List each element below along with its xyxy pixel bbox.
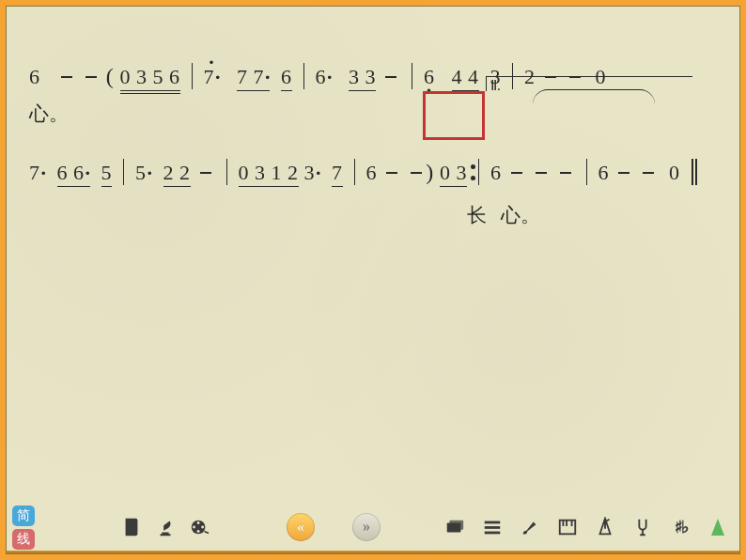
barline [192, 63, 193, 89]
toolbar-right-group: ♯♭ [443, 515, 730, 539]
rest-dash [618, 172, 629, 174]
svg-point-1 [197, 521, 200, 524]
music-sheet: Ⅰ. 3 6 ( 0 3 5 6 7 7 7 6 [7, 7, 739, 270]
beamed-group: 6 6 [57, 161, 90, 185]
note: 6 [57, 161, 69, 185]
app-frame: Ⅰ. 3 6 ( 0 3 5 6 7 7 7 6 [6, 6, 740, 554]
phrase-open-paren: ( [106, 64, 115, 89]
brush-icon[interactable] [518, 515, 542, 539]
svg-rect-8 [485, 526, 501, 529]
beamed-group: 0 3 1 2 [239, 161, 299, 185]
note: 2 [163, 161, 175, 185]
rest-dash [386, 172, 397, 174]
music-line-2: 7 6 6 5 5 2 2 0 3 1 2 3 7 6 [29, 159, 721, 191]
final-barline [692, 159, 693, 185]
note: 0 [120, 65, 132, 89]
note: 6 [29, 65, 40, 89]
lyric-text: 心。 [501, 202, 540, 228]
repeat-barline [478, 159, 479, 185]
sharp-flat-icon[interactable]: ♯♭ [668, 515, 692, 539]
rest-dash [200, 172, 211, 174]
lyric-text: 心。 [29, 101, 69, 127]
film-reel-icon[interactable] [187, 515, 211, 539]
lyric-line-2: 长 心。 [29, 202, 721, 226]
note: 3 [349, 65, 360, 89]
note: 2 [179, 161, 191, 185]
note: 4 [468, 65, 479, 89]
beamed-group: 0 3 5 6 [120, 65, 180, 89]
card-stack-icon[interactable] [443, 515, 467, 539]
metronome-icon[interactable] [593, 515, 617, 539]
note-octave-up-dotted: 7 [204, 65, 221, 89]
rest-dash [560, 172, 571, 174]
note: 2 [288, 161, 299, 185]
svg-point-4 [201, 526, 204, 529]
beamed-group: 2 2 [163, 161, 191, 185]
note: 3 [457, 161, 468, 185]
note-dotted: 5 [135, 161, 152, 185]
barline [123, 159, 124, 185]
note: 6 [366, 161, 378, 185]
barline [303, 63, 304, 89]
note-octave-down-dotted: 6 [424, 65, 435, 89]
next-page-button[interactable]: » [352, 513, 381, 541]
note: 6 [281, 65, 292, 89]
rest-dash [643, 172, 654, 174]
note: 0 [440, 161, 451, 185]
note-dotted: 7 [29, 161, 46, 185]
rest-dash [536, 172, 547, 174]
note: 5 [153, 65, 164, 89]
barline [354, 159, 355, 185]
bottom-toolbar: « » ♯♭ [10, 505, 736, 550]
note: 7 [332, 161, 343, 185]
svg-point-2 [197, 530, 200, 533]
note-dotted: 3 [304, 161, 321, 185]
note: 0 [239, 161, 250, 185]
lyric-text: 长 [467, 202, 487, 228]
svg-point-3 [193, 526, 195, 529]
note: 5 [101, 161, 113, 185]
note: 1 [272, 161, 283, 185]
rest-dash [85, 76, 97, 78]
prev-glyph: « [297, 519, 304, 536]
tie-arc-2 [533, 89, 655, 104]
note: 6 [169, 65, 180, 89]
note: 3 [255, 161, 266, 185]
highlight-box [423, 91, 485, 140]
note: 4 [452, 65, 463, 89]
piano-icon[interactable] [555, 515, 580, 539]
tuning-fork-icon[interactable] [630, 515, 655, 539]
prev-page-button[interactable]: « [287, 513, 315, 541]
rest-dash [511, 172, 522, 174]
barline [226, 159, 227, 185]
next-glyph: » [363, 519, 370, 536]
note-dotted: 7 [254, 65, 271, 89]
svg-rect-6 [450, 521, 464, 530]
barline [412, 63, 412, 89]
svg-rect-7 [485, 521, 501, 524]
list-icon[interactable] [480, 515, 505, 539]
svg-rect-9 [485, 532, 501, 535]
note: 6 [490, 161, 502, 185]
note: 7 [237, 65, 248, 89]
note: 3 [365, 65, 377, 89]
beamed-group: 7 7 [237, 65, 270, 89]
bottom-border [7, 551, 739, 553]
phrase-close-paren: ) [426, 160, 434, 185]
beamed-group: 4 4 [452, 65, 479, 89]
up-arrow-icon[interactable] [706, 515, 730, 539]
barline [586, 159, 587, 185]
note: 3 [136, 65, 148, 89]
note: 6 [598, 161, 610, 185]
notebook-icon[interactable] [119, 515, 144, 539]
note-dotted: 6 [73, 161, 90, 185]
note: 0 [669, 161, 680, 185]
beamed-group: 0 3 [440, 161, 467, 185]
rest-dash [61, 76, 72, 78]
rest-dash [385, 76, 396, 78]
rest-dash [411, 172, 422, 174]
note-dotted: 6 [316, 65, 333, 89]
gramophone-icon[interactable] [153, 515, 178, 539]
volta-2-label: Ⅱ. [490, 77, 501, 94]
beamed-group: 3 3 [349, 65, 376, 89]
